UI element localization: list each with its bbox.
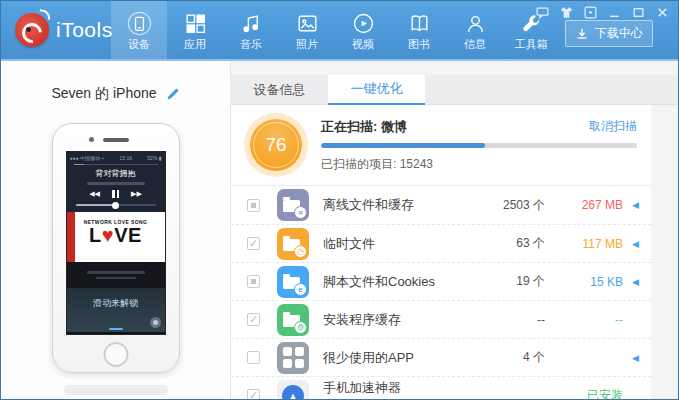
nav-item-music[interactable]: 音乐 xyxy=(223,1,279,59)
home-button xyxy=(103,342,128,367)
nav-item-photo[interactable]: 照片 xyxy=(279,1,335,59)
rarely-used-apps-icon xyxy=(277,342,309,374)
row-label: 手机加速神器 xyxy=(323,381,441,395)
minimize-button[interactable] xyxy=(607,5,622,19)
album-art: NETWORK LOVE SONG L♥VE xyxy=(67,212,165,262)
folder-cookies-icon: e xyxy=(277,266,309,298)
nav-item-video[interactable]: 视频 xyxy=(335,1,391,59)
volume-slider xyxy=(76,204,156,206)
row-checkbox[interactable] xyxy=(247,275,260,288)
row-size: -- xyxy=(545,313,623,327)
status-time: 15:16 xyxy=(120,155,133,161)
tab-device-info[interactable]: 设备信息 xyxy=(231,75,328,105)
edit-device-name-icon[interactable] xyxy=(166,87,180,101)
nav-item-label: 音乐 xyxy=(240,38,262,50)
scan-section: 76 正在扫描: 微博 取消扫描 已扫描的项目: 15243 xyxy=(231,105,651,186)
content-panel: 设备信息一键优化 76 正在扫描: 微博 取消扫描 已扫描的项 xyxy=(231,61,678,399)
row-checkbox[interactable] xyxy=(247,237,260,250)
row-checkbox[interactable] xyxy=(247,351,260,364)
expand-arrow-icon[interactable]: ◀ xyxy=(623,277,639,287)
heart-icon: ♥ xyxy=(102,224,114,246)
cleanup-list: ×离线文件和缓存2503 个267 MB◀◷临时文件63 个117 MB◀e脚本… xyxy=(231,186,651,400)
itools-window: iTools 设备应用音乐照片视频图书信息工具箱 xyxy=(0,0,679,400)
device-panel: Seven 的 iPhone ●●● 中国移动 ⌁ 15:16 52% ▮ xyxy=(1,61,231,399)
nav-item-label: 视频 xyxy=(352,38,374,50)
app-title: iTools xyxy=(56,18,113,42)
row-size: 已安装 xyxy=(545,387,623,400)
earpiece-slot xyxy=(103,138,129,142)
list-item[interactable]: 很少使用的APP4 个◀ xyxy=(231,338,651,376)
feedback-icon[interactable] xyxy=(535,5,550,19)
row-label: 安装程序缓存 xyxy=(323,313,441,327)
music-player: ●●● 中国移动 ⌁ 15:16 52% ▮ 背对背拥抱 ◀◀ ▶▶ xyxy=(67,152,165,212)
list-item[interactable]: e脚本文件和Cookies19 个15 KB◀ xyxy=(231,262,651,300)
row-checkbox[interactable] xyxy=(247,389,260,400)
slide-to-unlock-label: 滑动来解锁 xyxy=(67,288,165,308)
menu-dropdown-icon[interactable] xyxy=(583,5,598,19)
lockscreen-area: 滑动来解锁 xyxy=(67,288,165,332)
list-item[interactable]: ◷临时文件63 个117 MB◀ xyxy=(231,224,651,262)
status-battery: 52% ▮ xyxy=(147,155,161,161)
nav-item-label: 信息 xyxy=(464,38,486,50)
row-label: 脚本文件和Cookies xyxy=(323,275,441,289)
list-item[interactable]: ⚙安装程序缓存---- xyxy=(231,300,651,338)
itools-logo-icon xyxy=(15,13,49,47)
folder-temp-icon: ◷ xyxy=(277,228,309,260)
expand-arrow-icon[interactable]: ◀ xyxy=(623,200,639,210)
row-size: 267 MB xyxy=(545,198,623,212)
row-size: 15 KB xyxy=(545,275,623,289)
scan-status-label: 正在扫描: 微博 xyxy=(321,118,407,136)
folder-offline-icon: × xyxy=(277,189,309,221)
rewind-icon: ◀◀ xyxy=(89,190,100,198)
row-size: 117 MB xyxy=(545,237,623,251)
front-camera-dot xyxy=(89,137,94,142)
scan-percent: 76 xyxy=(265,134,286,156)
iphone-preview: ●●● 中国移动 ⌁ 15:16 52% ▮ 背对背拥抱 ◀◀ ▶▶ xyxy=(52,123,180,373)
scan-progress-fill xyxy=(321,143,485,148)
nav-item-info[interactable]: 信息 xyxy=(447,1,503,59)
tab-one-key-optimize[interactable]: 一键优化 xyxy=(328,75,425,105)
apps-icon xyxy=(183,11,208,36)
list-item[interactable]: ×离线文件和缓存2503 个267 MB◀ xyxy=(231,186,651,224)
scanned-items-label: 已扫描的项目: 15243 xyxy=(321,156,637,173)
expand-arrow-icon[interactable]: ◀ xyxy=(623,239,639,249)
row-count: -- xyxy=(441,313,545,327)
row-count: 63 个 xyxy=(441,235,545,252)
skin-theme-icon[interactable] xyxy=(559,5,574,19)
window-controls xyxy=(535,5,670,19)
cancel-scan-link[interactable]: 取消扫描 xyxy=(589,118,637,135)
brand: iTools xyxy=(1,1,109,59)
tab-bar: 设备信息一键优化 xyxy=(231,75,678,105)
nav-item-book[interactable]: 图书 xyxy=(391,1,447,59)
maximize-button[interactable] xyxy=(631,5,646,19)
phone-reflection xyxy=(64,385,168,395)
download-icon xyxy=(575,27,589,41)
row-count: 4 个 xyxy=(441,349,545,366)
device-name: Seven 的 iPhone xyxy=(51,85,156,103)
photo-icon xyxy=(295,11,320,36)
row-checkbox[interactable] xyxy=(247,199,260,212)
artist-line xyxy=(87,182,145,185)
download-center-button[interactable]: 下载中心 xyxy=(565,20,653,47)
nav-item-label: 工具箱 xyxy=(515,38,548,50)
close-button[interactable] xyxy=(655,5,670,19)
nav-item-device[interactable]: 设备 xyxy=(111,1,167,59)
info-icon xyxy=(463,11,488,36)
iphone-screen: ●●● 中国移动 ⌁ 15:16 52% ▮ 背对背拥抱 ◀◀ ▶▶ xyxy=(66,151,166,335)
device-icon xyxy=(127,11,152,36)
album-title: L♥VE xyxy=(67,225,165,246)
scan-progress-circle: 76 xyxy=(250,119,302,171)
list-item[interactable]: ▲手机加速神器让你的设备运行更快已安装 xyxy=(231,376,651,400)
download-center-label: 下载中心 xyxy=(595,25,643,42)
row-label: 临时文件 xyxy=(323,237,441,251)
status-carrier: ●●● 中国移动 ⌁ xyxy=(70,155,105,161)
nav-item-label: 应用 xyxy=(184,38,206,50)
playback-controls: ◀◀ ▶▶ xyxy=(70,190,162,198)
optimize-content: 76 正在扫描: 微博 取消扫描 已扫描的项目: 15243 ×离线文件和缓存2… xyxy=(231,105,651,400)
nav-item-apps[interactable]: 应用 xyxy=(167,1,223,59)
album-red-stripe xyxy=(67,212,75,262)
row-checkbox[interactable] xyxy=(247,313,260,326)
expand-arrow-icon[interactable]: ◀ xyxy=(623,353,639,363)
rocket-icon: ▲ xyxy=(277,380,309,400)
folder-tools-icon: ⚙ xyxy=(277,304,309,336)
